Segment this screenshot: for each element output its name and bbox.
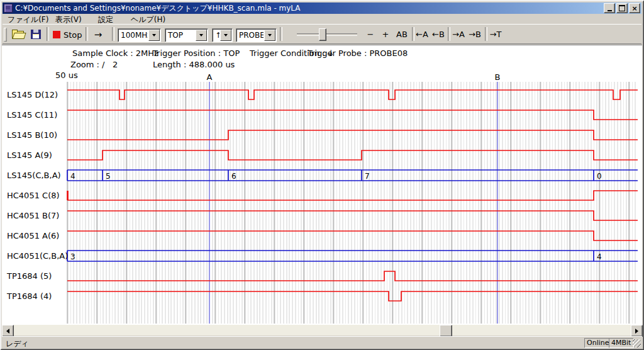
toolbar-separator [112, 27, 114, 41]
info-trigger-probe: Trigger Probe : PROBE08 [308, 48, 408, 58]
open-file-button[interactable] [10, 27, 26, 42]
toolbar-separator [280, 27, 282, 41]
resize-grip[interactable] [633, 339, 641, 347]
save-file-button[interactable] [28, 27, 44, 42]
toolbar-separator [86, 27, 88, 41]
scroll-left-icon [6, 329, 9, 334]
scroll-right-button[interactable] [631, 325, 643, 337]
channel-label: TP1684 (4) [7, 291, 52, 302]
dropdown-arrow-icon[interactable] [220, 30, 231, 41]
app-window: C:¥Documents and Settings¥noname¥デスクトップ¥… [0, 0, 644, 350]
next-b-button[interactable]: →B [467, 29, 482, 40]
channel-label: LS145 D(12) [7, 90, 58, 100]
trigger-position-combo[interactable]: TOP [165, 28, 208, 42]
close-icon: × [631, 5, 637, 12]
dropdown-arrow-icon[interactable] [264, 30, 275, 41]
prev-b-button[interactable]: ←B [431, 29, 446, 40]
close-button[interactable]: × [629, 3, 640, 13]
trigger-edge-combo[interactable]: ↑ [212, 28, 233, 42]
toolbar-separator [47, 27, 49, 41]
channel-label: HC4051 B(7) [7, 211, 59, 221]
prev-a-button[interactable]: ←A [414, 29, 430, 40]
channel-label: TP1684 (5) [7, 271, 52, 281]
open-folder-icon [12, 30, 25, 39]
app-icon [4, 4, 13, 13]
window-controls: × [604, 3, 640, 13]
info-length: Length : 488.000 us [153, 60, 235, 69]
minimize-icon [608, 10, 612, 11]
channel-label: HC4051 C(8) [7, 191, 60, 201]
trigger-position-value: TOP [165, 31, 195, 40]
scroll-left-button[interactable] [2, 325, 14, 337]
channel-label: LS145(C,B,A) [7, 171, 61, 181]
save-floppy-icon [31, 30, 41, 39]
toolbar-separator [485, 27, 487, 41]
zoom-slider-track[interactable] [297, 33, 357, 36]
status-online: Online [584, 338, 609, 348]
scrollbar-thumb[interactable] [440, 325, 452, 337]
dropdown-arrow-icon[interactable] [148, 30, 160, 41]
window-title: C:¥Documents and Settings¥noname¥デスクトップ¥… [15, 3, 604, 14]
minimize-button[interactable] [604, 3, 615, 13]
toolbar-grip[interactable] [4, 28, 7, 42]
dropdown-arrow-icon[interactable] [196, 30, 207, 41]
next-a-button[interactable]: →A [451, 29, 466, 40]
info-sample-clock: Sample Clock : 2MHz [72, 48, 158, 58]
zoom-slider-thumb[interactable] [319, 28, 326, 41]
trigger-edge-value: ↑ [213, 31, 219, 40]
zoom-in-button[interactable]: + [379, 29, 392, 40]
trigger-probe-combo[interactable]: PROBE00 [236, 28, 277, 42]
horizontal-scrollbar[interactable] [2, 325, 642, 336]
channel-label: HC4051 A(6) [7, 231, 59, 241]
toolbar: Stop → 100MHz TOP ↑ PROBE00 − + AB ←A ←B [3, 24, 641, 44]
statusbar: レディ Online 4MBit [2, 336, 642, 349]
maximize-icon [619, 5, 625, 11]
status-memory: 4MBit [609, 338, 634, 348]
stop-icon [53, 31, 60, 38]
sample-clock-value: 100MHz [118, 31, 148, 40]
channel-label: HC4051(C,B,A) [7, 251, 68, 261]
info-zoom: Zoom : / 2 [70, 60, 118, 69]
channel-label: LS145 C(11) [7, 110, 57, 120]
zoom-out-button[interactable]: − [364, 29, 377, 40]
timebase-label: 50 us [55, 71, 78, 80]
status-message: レディ [6, 339, 29, 349]
scroll-right-icon [635, 329, 638, 334]
goto-trigger-button[interactable]: →T [488, 29, 503, 40]
toolbar-separator [448, 27, 450, 41]
sample-clock-combo[interactable]: 100MHz [118, 28, 161, 42]
maximize-button[interactable] [616, 3, 628, 13]
titlebar[interactable]: C:¥Documents and Settings¥noname¥デスクトップ¥… [3, 3, 641, 14]
ab-range-button[interactable]: AB [394, 29, 410, 40]
channel-label: LS145 A(9) [7, 150, 52, 161]
stop-button[interactable]: Stop [53, 29, 82, 40]
menubar: ファイル(F) 表示(V) 設定 ヘルプ(H) [3, 14, 641, 24]
run-button[interactable]: → [89, 29, 107, 40]
stop-label: Stop [64, 30, 82, 40]
sample-grid-stripes [67, 82, 638, 324]
channel-label: LS145 B(10) [7, 130, 57, 140]
trigger-probe-value: PROBE00 [236, 31, 264, 40]
info-trigger-position: Trigger Position : TOP [153, 48, 240, 58]
